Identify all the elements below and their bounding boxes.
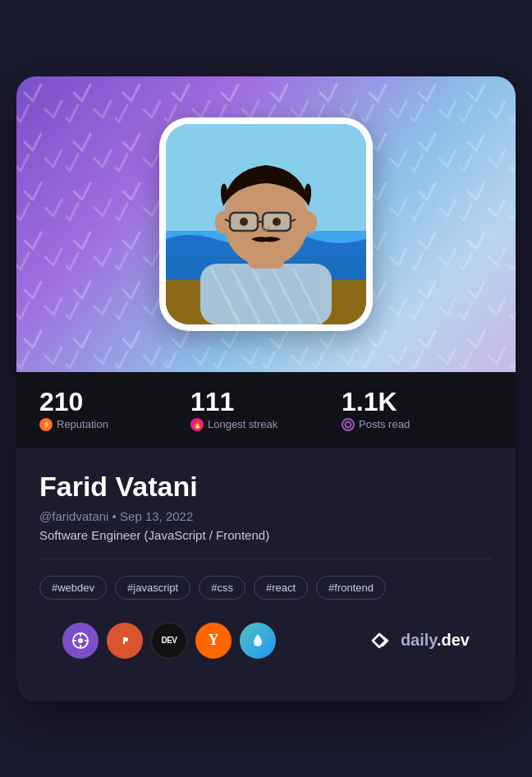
svg-point-19 — [240, 218, 248, 226]
tag-webdev[interactable]: #webdev — [39, 576, 107, 600]
posts-icon — [342, 418, 355, 431]
profile-card: 210 ⚡ Reputation 111 🔥 Longest streak 1.… — [16, 76, 516, 701]
tag-css[interactable]: #css — [199, 576, 245, 600]
social-icon-hackernews[interactable]: Y — [195, 623, 232, 659]
streak-icon: 🔥 — [190, 418, 204, 431]
svg-point-13 — [300, 211, 317, 234]
svg-rect-28 — [123, 637, 125, 644]
posts-label: Posts read — [342, 418, 493, 431]
social-icons: DEV Y — [62, 623, 276, 659]
daily-dev-logo: daily.dev — [366, 626, 470, 655]
posts-value: 1.1K — [342, 388, 493, 415]
avatar — [159, 117, 373, 331]
profile-section: Farid Vatani @faridvatani • Sep 13, 2022… — [16, 448, 516, 701]
reputation-value: 210 — [39, 388, 190, 415]
svg-point-23 — [78, 638, 83, 643]
profile-name: Farid Vatani — [39, 471, 493, 503]
profile-joined: Sep 13, 2022 — [120, 509, 193, 523]
banner — [16, 76, 516, 372]
tag-javascript[interactable]: #javascript — [115, 576, 190, 600]
profile-meta: @faridvatani • Sep 13, 2022 — [39, 509, 493, 523]
social-icon-raindrop[interactable] — [240, 623, 276, 659]
svg-point-20 — [273, 218, 281, 226]
stat-streak: 111 🔥 Longest streak — [190, 388, 342, 431]
social-icon-producthunt[interactable] — [107, 623, 143, 659]
avatar-image — [166, 124, 366, 324]
reputation-icon: ⚡ — [39, 418, 53, 431]
stat-posts: 1.1K Posts read — [342, 388, 493, 431]
reputation-label: ⚡ Reputation — [39, 418, 190, 431]
svg-point-21 — [346, 421, 351, 427]
stat-reputation: 210 ⚡ Reputation — [39, 388, 190, 431]
meta-separator: • — [112, 509, 120, 523]
tag-react[interactable]: #react — [254, 576, 308, 600]
profile-username: @faridvatani — [39, 509, 108, 523]
footer-section: DEV Y daily.dev — [39, 623, 493, 682]
section-divider — [39, 559, 493, 559]
social-icon-dev[interactable]: DEV — [151, 623, 187, 659]
tag-frontend[interactable]: #frontend — [316, 576, 386, 600]
profile-bio: Software Engineer (JavaScript / Frontend… — [39, 528, 493, 542]
social-icon-dailydev[interactable] — [62, 623, 99, 659]
stats-bar: 210 ⚡ Reputation 111 🔥 Longest streak 1.… — [16, 372, 516, 448]
tags-section: #webdev #javascript #css #react #fronten… — [39, 576, 493, 600]
streak-value: 111 — [190, 388, 342, 415]
streak-label: 🔥 Longest streak — [190, 418, 342, 431]
daily-dev-text: daily.dev — [401, 631, 470, 650]
